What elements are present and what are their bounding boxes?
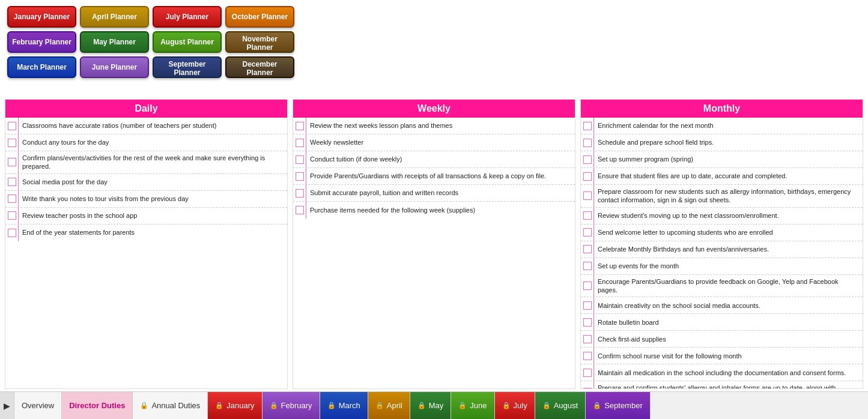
tab-march[interactable]: 🔒March [320,392,368,419]
checkbox[interactable] [8,229,16,237]
checkbox[interactable] [583,301,592,310]
checklist-item: Review student's moving up to the next c… [581,208,863,225]
checkbox-cell[interactable] [581,381,594,388]
item-text: Maintain creativity on the school social… [594,297,764,313]
checkbox-cell[interactable] [581,134,594,151]
planner-btn-march-planner[interactable]: March Planner [7,56,76,78]
checkbox-cell[interactable] [581,348,594,364]
checkbox-cell[interactable] [581,275,594,297]
checkbox[interactable] [8,194,16,203]
checkbox[interactable] [583,282,592,290]
checkbox[interactable] [8,122,16,130]
tab-bar: ▶ OverviewDirector Duties🔒Annual Duties🔒… [0,391,868,419]
checkbox-cell[interactable] [581,241,594,258]
planner-btn-january-planner[interactable]: January Planner [7,6,76,28]
planner-btn-november-planner[interactable]: November Planner [225,31,294,53]
planner-btn-february-planner[interactable]: February Planner [7,31,76,53]
item-text: Encourage Parents/Guardians to provide f… [594,275,863,297]
checkbox[interactable] [583,335,592,343]
checkbox-cell[interactable] [5,191,19,207]
item-text: Enrichment calendar for the next month [594,118,717,134]
checkbox-cell[interactable] [581,364,594,381]
checkbox-cell[interactable] [293,151,306,167]
checkbox[interactable] [583,262,592,270]
checkbox-cell[interactable] [293,118,306,134]
checkbox-cell[interactable] [5,118,19,134]
item-text: Ensure that student files are up to date… [594,168,791,184]
checkbox-cell[interactable] [293,185,306,201]
checkbox[interactable] [583,388,592,388]
checkbox[interactable] [296,122,304,130]
checkbox[interactable] [583,245,592,253]
checkbox[interactable] [296,155,304,164]
item-text: Write thank you notes to tour visits fro… [19,191,192,207]
item-text: Conduct tuition (if done weekly) [306,151,405,167]
checkbox[interactable] [296,172,304,181]
section-weekly: WeeklyReview the next weeks lesson plans… [293,99,575,389]
checkbox-cell[interactable] [5,208,19,224]
checkbox-cell[interactable] [581,151,594,167]
checkbox[interactable] [296,139,304,147]
checkbox[interactable] [583,228,592,237]
checkbox-cell[interactable] [293,202,306,219]
checkbox[interactable] [583,211,592,220]
checkbox[interactable] [8,178,16,186]
checkbox-cell[interactable] [581,168,594,184]
checkbox-cell[interactable] [293,168,306,184]
checkbox-cell[interactable] [581,314,594,330]
tab-may[interactable]: 🔒May [410,392,452,419]
checklist-item: Weekly newsletter [293,134,575,151]
tab-february[interactable]: 🔒February [263,392,320,419]
planner-btn-may-planner[interactable]: May Planner [80,31,149,53]
checkbox-cell[interactable] [581,331,594,347]
item-text: Review student's moving up to the next c… [594,208,783,224]
checkbox-cell[interactable] [581,208,594,224]
checkbox-cell[interactable] [5,151,19,173]
planner-btn-june-planner[interactable]: June Planner [80,56,149,78]
tab-april[interactable]: 🔒April [368,392,410,419]
tab-label: Overview [22,401,54,410]
checkbox-cell[interactable] [581,258,594,274]
checkbox[interactable] [296,189,304,197]
checkbox[interactable] [583,318,592,327]
tab-june[interactable]: 🔒June [451,392,494,419]
lock-icon: 🔒 [327,402,336,409]
planner-btn-july-planner[interactable]: July Planner [153,6,222,28]
tab-scroll-left[interactable]: ▶ [0,392,14,419]
checkbox-cell[interactable] [5,174,19,190]
checkbox[interactable] [8,139,16,147]
checkbox[interactable] [583,352,592,360]
tab-august[interactable]: 🔒August [535,392,586,419]
tab-july[interactable]: 🔒July [495,392,535,419]
planner-btn-october-planner[interactable]: October Planner [225,6,294,28]
checkbox[interactable] [583,172,592,181]
checkbox-cell[interactable] [5,134,19,151]
checkbox[interactable] [583,122,592,130]
tab-annual-duties[interactable]: 🔒Annual Duties [133,392,208,419]
checklist-item: Purchase items needed for the following … [293,202,575,219]
checkbox-cell[interactable] [581,185,594,207]
tab-january[interactable]: 🔒January [208,392,262,419]
checkbox[interactable] [583,139,592,147]
checkbox-cell[interactable] [293,134,306,151]
checkbox-cell[interactable] [581,225,594,241]
checkbox[interactable] [8,158,16,166]
planner-btn-december-planner[interactable]: December Planner [225,56,294,78]
checkbox-cell[interactable] [581,297,594,313]
checkbox[interactable] [8,211,16,220]
checkbox[interactable] [296,206,304,214]
checkbox[interactable] [583,369,592,377]
planner-btn-september-planner[interactable]: September Planner [153,56,222,78]
checkbox-cell[interactable] [581,118,594,134]
planner-btn-april-planner[interactable]: April Planner [80,6,149,28]
checkbox[interactable] [583,191,592,200]
tab-label: February [281,401,312,410]
planner-btn-august-planner[interactable]: August Planner [153,31,222,53]
tab-september[interactable]: 🔒September [586,392,651,419]
tab-overview[interactable]: Overview [14,392,62,419]
tab-label: July [514,401,527,410]
planner-buttons: January PlannerApril PlannerJuly Planner… [0,0,302,84]
tab-director-duties[interactable]: Director Duties [62,392,133,419]
checkbox[interactable] [583,155,592,164]
checkbox-cell[interactable] [5,225,19,241]
